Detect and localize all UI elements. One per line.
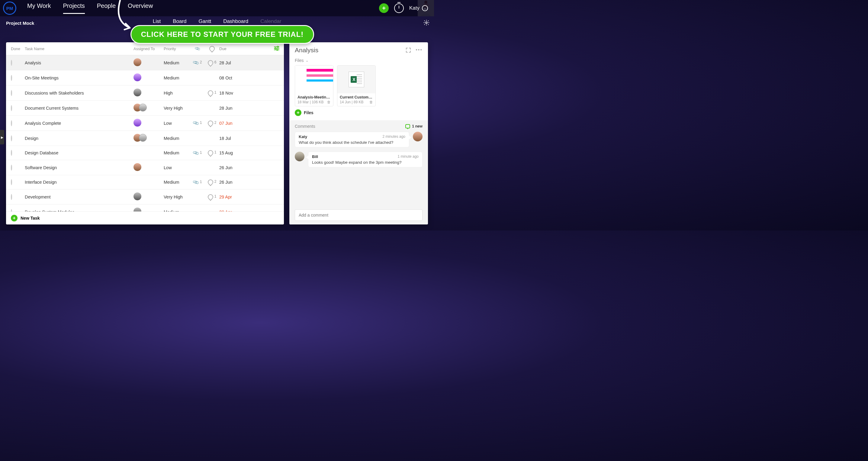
done-checkbox[interactable]	[11, 194, 12, 200]
comment: Bill1 minute agoLooks good! Maybe expand…	[295, 152, 423, 167]
comment: Katy2 minutes agoWhat do you think about…	[295, 132, 423, 147]
task-row[interactable]: Develop System ModulesMedium28 Apr	[6, 205, 284, 212]
comment-body: Katy2 minutes agoWhat do you think about…	[295, 132, 409, 147]
assignee-cell[interactable]	[133, 119, 164, 127]
logo[interactable]: PM	[3, 1, 16, 15]
new-comments-badge: 1 new	[405, 124, 423, 128]
done-checkbox[interactable]	[11, 75, 12, 81]
comment-cell[interactable]: 2	[205, 121, 219, 126]
done-checkbox[interactable]	[11, 90, 12, 96]
task-row[interactable]: DesignMedium18 Jul	[6, 131, 284, 146]
add-files-button[interactable]: + Files	[295, 110, 423, 116]
topnav-right: + Katy ⌄	[379, 3, 428, 13]
assignee-cell[interactable]	[133, 58, 164, 67]
plus-icon: +	[11, 215, 18, 221]
task-row[interactable]: Analysis CompleteLow📎1207 Jun	[6, 116, 284, 131]
col-task-name: Task Name	[25, 47, 133, 51]
comment-cell[interactable]: 1	[205, 150, 219, 156]
nav-people[interactable]: People	[97, 2, 116, 14]
global-add-button[interactable]: +	[379, 3, 389, 13]
svg-point-8	[275, 48, 276, 49]
priority-cell: Medium	[164, 75, 190, 80]
task-row[interactable]: On-Site MeetingsMedium08 Oct	[6, 70, 284, 86]
timer-button[interactable]	[394, 3, 404, 13]
task-name: Document Current Systems	[25, 106, 133, 111]
nav-overview[interactable]: Overview	[128, 2, 153, 14]
assignee-cell[interactable]	[133, 89, 164, 97]
assignee-avatar	[139, 103, 147, 112]
assignee-cell[interactable]	[133, 134, 164, 143]
due-cell: 26 Jun	[219, 165, 246, 170]
due-cell: 15 Aug	[219, 150, 246, 155]
done-checkbox[interactable]	[11, 209, 12, 212]
comment-cell[interactable]: 2	[205, 179, 219, 185]
task-row[interactable]: AnalysisMedium📎2628 Jul	[6, 55, 284, 70]
expand-icon[interactable]	[405, 47, 411, 53]
attachment-cell[interactable]: 📎2	[190, 60, 205, 65]
attachment-cell[interactable]: 📎1	[190, 150, 205, 156]
due-cell: 18 Jul	[219, 136, 246, 141]
comments-block: Comments 1 new Katy2 minutes agoWhat do …	[289, 120, 428, 224]
cta-free-trial[interactable]: CLICK HERE TO START YOUR FREE TRIAL!	[130, 25, 314, 44]
task-row[interactable]: Interface DesignMedium📎1226 Jun	[6, 175, 284, 189]
done-checkbox[interactable]	[11, 105, 12, 111]
expand-left-handle[interactable]: ▸	[0, 130, 4, 145]
paperclip-icon: 📎	[192, 179, 199, 186]
comments-label: Comments	[295, 124, 315, 129]
attachment-cell[interactable]: 📎1	[190, 121, 205, 126]
assignee-cell[interactable]	[133, 73, 164, 82]
nav-my-work[interactable]: My Work	[27, 2, 51, 14]
assignee-cell[interactable]	[133, 208, 164, 212]
paperclip-icon: 📎	[192, 59, 199, 66]
comment-input[interactable]	[295, 209, 423, 221]
due-cell: 07 Jun	[219, 121, 246, 126]
done-checkbox[interactable]	[11, 60, 12, 66]
priority-cell: Medium	[164, 60, 190, 65]
priority-cell: Low	[164, 165, 190, 170]
comment-icon	[208, 194, 213, 200]
file-name: Current Custom…	[337, 93, 375, 100]
assignee-cell[interactable]	[133, 103, 164, 112]
attachment-cell[interactable]: 📎1	[190, 180, 205, 185]
file-card[interactable]: Analysis-Meetin…18 Mar | 106 KB🗑	[295, 65, 334, 106]
task-row[interactable]: Design DatabaseMedium📎1115 Aug	[6, 146, 284, 160]
comment-time: 1 minute ago	[398, 154, 418, 159]
comment-cell[interactable]: 6	[205, 60, 219, 66]
comment-time: 2 minutes ago	[383, 134, 405, 139]
nav-projects[interactable]: Projects	[63, 2, 85, 14]
trash-icon[interactable]: 🗑	[369, 100, 373, 104]
files-block: Files ⌄ Analysis-Meetin…18 Mar | 106 KB🗑…	[289, 58, 428, 120]
user-menu[interactable]: Katy ⌄	[409, 5, 428, 11]
task-row[interactable]: Software DesignLow26 Jun	[6, 160, 284, 175]
chevron-down-icon: ⌄	[422, 5, 428, 11]
task-name: Software Design	[25, 165, 133, 170]
filter-icon[interactable]	[274, 45, 280, 51]
comment-cell[interactable]: 1	[205, 194, 219, 200]
task-row[interactable]: Document Current SystemsVery High28 Jun	[6, 101, 284, 116]
more-icon[interactable]: •••	[415, 47, 423, 53]
new-task-button[interactable]: + New Task	[6, 212, 284, 224]
new-task-label: New Task	[21, 216, 40, 220]
trash-icon[interactable]: 🗑	[327, 100, 331, 104]
done-checkbox[interactable]	[11, 135, 12, 142]
assignee-cell[interactable]	[133, 163, 164, 172]
done-checkbox[interactable]	[11, 150, 12, 156]
done-checkbox[interactable]	[11, 179, 12, 185]
comment-cell[interactable]: 1	[205, 90, 219, 96]
due-cell: 18 Nov	[219, 91, 246, 95]
task-name: On-Site Meetings	[25, 75, 133, 80]
file-card[interactable]: Current Custom…14 Jun | 89 KB🗑	[337, 65, 376, 106]
task-list-header: Done Task Name Assigned To Priority 📎 Du…	[6, 42, 284, 55]
assignee-avatar	[133, 208, 141, 212]
comment-text: What do you think about the schedule I'v…	[299, 140, 405, 145]
done-checkbox[interactable]	[11, 165, 12, 171]
gear-icon[interactable]	[423, 19, 430, 26]
files-label[interactable]: Files ⌄	[295, 58, 423, 63]
done-checkbox[interactable]	[11, 120, 12, 126]
task-row[interactable]: Discussions with StakeholdersHigh118 Nov	[6, 86, 284, 101]
task-name: Design	[25, 136, 133, 141]
task-row[interactable]: DevelopmentVery High129 Apr	[6, 189, 284, 205]
file-meta: 14 Jun | 89 KB🗑	[337, 100, 375, 106]
assignee-cell[interactable]	[133, 192, 164, 201]
svg-point-9	[277, 49, 278, 51]
